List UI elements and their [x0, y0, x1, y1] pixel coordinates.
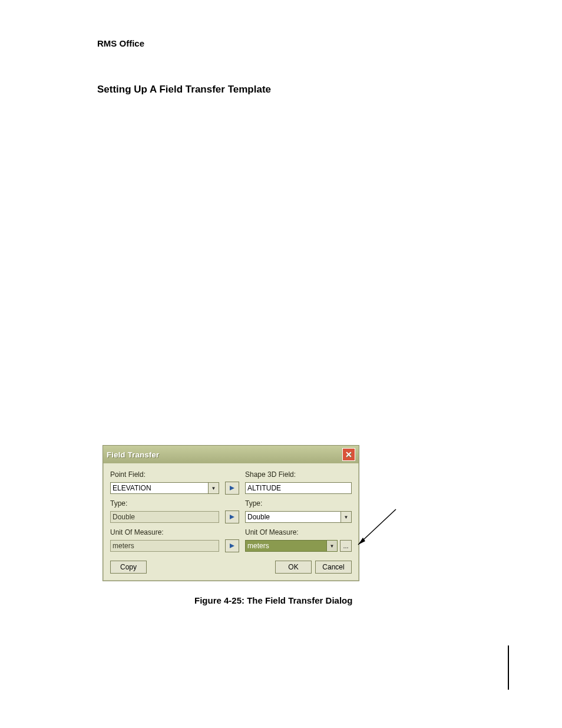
- transfer-type-button[interactable]: [225, 510, 239, 523]
- chevron-down-icon: ▼: [326, 541, 337, 551]
- uom-left-value: meters: [113, 542, 134, 550]
- type-right-select[interactable]: Double ▼: [245, 511, 352, 523]
- chevron-down-icon: ▼: [340, 512, 351, 522]
- shape-field-input[interactable]: ALTITUDE: [245, 482, 352, 494]
- uom-right-select[interactable]: meters ▼: [245, 540, 338, 552]
- uom-right-value: meters: [247, 542, 269, 550]
- uom-left-label: Unit Of Measure:: [110, 528, 219, 536]
- copy-button[interactable]: Copy: [110, 561, 147, 574]
- close-icon: ✕: [345, 450, 352, 459]
- shape-field-value: ALTITUDE: [247, 484, 281, 492]
- svg-marker-2: [230, 543, 234, 548]
- ok-button[interactable]: OK: [275, 561, 312, 574]
- margin-rule: [508, 645, 509, 690]
- type-right-label: Type:: [245, 499, 352, 508]
- dialog-title: Field Transfer: [107, 450, 159, 459]
- cancel-button[interactable]: Cancel: [315, 561, 352, 574]
- point-field-label: Point Field:: [110, 470, 219, 479]
- uom-browse-button[interactable]: ...: [340, 540, 352, 552]
- section-heading: Setting Up A Field Transfer Template: [97, 84, 509, 95]
- transfer-uom-button[interactable]: [225, 539, 239, 552]
- uom-right-label: Unit Of Measure:: [245, 528, 352, 536]
- field-transfer-dialog: Field Transfer ✕ Point Field: Shape 3D F…: [103, 445, 359, 581]
- play-icon: [229, 543, 235, 549]
- dialog-titlebar: Field Transfer ✕: [103, 446, 359, 463]
- type-left-readonly: Double: [110, 511, 219, 523]
- close-button[interactable]: ✕: [342, 448, 355, 461]
- point-field-value: ELEVATION: [113, 484, 151, 492]
- play-icon: [229, 514, 235, 520]
- shape-field-label: Shape 3D Field:: [245, 470, 352, 479]
- figure-caption: Figure 4-25: The Field Transfer Dialog: [194, 595, 352, 605]
- play-icon: [229, 485, 235, 491]
- callout-arrow: [356, 508, 397, 549]
- transfer-point-field-button[interactable]: [225, 482, 239, 495]
- uom-left-readonly: meters: [110, 540, 219, 552]
- type-left-value: Double: [113, 513, 135, 521]
- svg-marker-0: [230, 486, 234, 490]
- chevron-down-icon: ▼: [208, 483, 219, 493]
- svg-line-3: [358, 509, 396, 545]
- type-left-label: Type:: [110, 499, 219, 508]
- point-field-select[interactable]: ELEVATION ▼: [110, 482, 219, 494]
- type-right-value: Double: [247, 513, 270, 521]
- page-header: RMS Office: [97, 38, 509, 48]
- svg-marker-1: [230, 515, 234, 519]
